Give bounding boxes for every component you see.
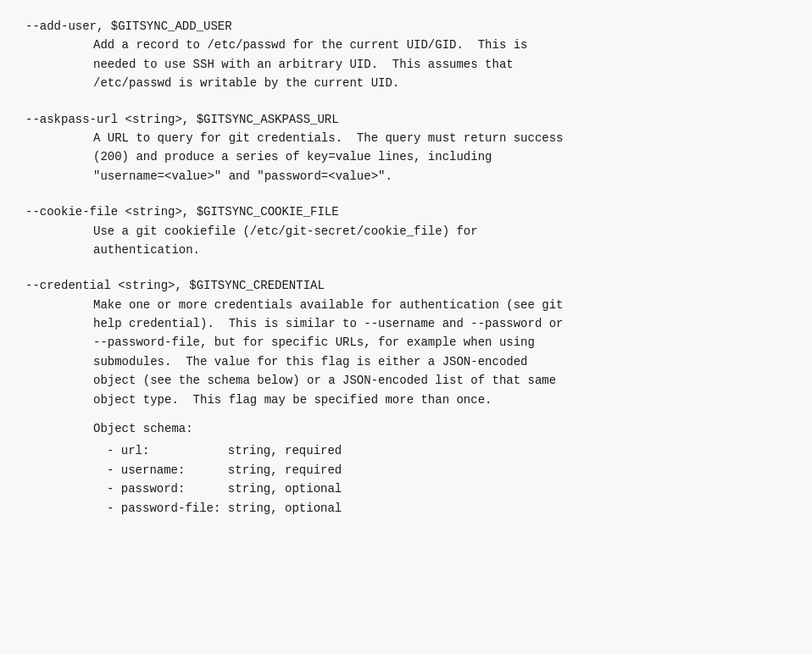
flag-section-credential: --credential <string>, $GITSYNC_CREDENTI… (25, 276, 787, 518)
flag-section-askpass-url: --askpass-url <string>, $GITSYNC_ASKPASS… (25, 110, 787, 186)
description-line: "username=<value>" and "password=<value>… (93, 167, 787, 186)
flag-header-credential: --credential <string>, $GITSYNC_CREDENTI… (25, 276, 787, 295)
schema-title: Object schema: (93, 419, 787, 438)
description-line: Make one or more credentials available f… (93, 296, 787, 314)
flag-header-askpass-url: --askpass-url <string>, $GITSYNC_ASKPASS… (25, 110, 787, 129)
description-line: Use a git cookiefile (/etc/git-secret/co… (93, 222, 787, 241)
description-line: (200) and produce a series of key=value … (93, 147, 787, 166)
description-line: object type. This flag may be specified … (93, 391, 787, 409)
schema-row: - username: string, required (93, 461, 787, 479)
schema-row: - password-file: string, optional (93, 499, 787, 518)
description-line: submodules. The value for this flag is e… (93, 352, 787, 371)
flag-description-askpass-url: A URL to query for git credentials. The … (25, 129, 787, 186)
schema-value: string, required (228, 441, 342, 460)
description-line: Add a record to /etc/passwd for the curr… (93, 36, 787, 54)
schema-value: string, optional (228, 479, 342, 498)
schema-value: string, required (228, 461, 342, 479)
flag-section-cookie-file: --cookie-file <string>, $GITSYNC_COOKIE_… (25, 202, 787, 259)
flag-header-add-user: --add-user, $GITSYNC_ADD_USER (25, 17, 787, 36)
schema-value: string, optional (228, 499, 342, 518)
flag-description-credential: Make one or more credentials available f… (25, 296, 787, 409)
description-line: authentication. (93, 241, 787, 259)
description-line: object (see the schema below) or a JSON-… (93, 371, 787, 390)
description-line: A URL to query for git credentials. The … (93, 129, 787, 147)
main-content: --add-user, $GITSYNC_ADD_USERAdd a recor… (25, 17, 787, 518)
flag-header-cookie-file: --cookie-file <string>, $GITSYNC_COOKIE_… (25, 202, 787, 221)
description-line: help credential). This is similar to --u… (93, 314, 787, 333)
schema-key: - url: (107, 441, 228, 460)
schema-key: - username: (107, 461, 228, 479)
description-line: needed to use SSH with an arbitrary UID.… (93, 55, 787, 74)
object-schema: Object schema:- url: string, required- u… (25, 419, 787, 518)
schema-row: - password: string, optional (93, 479, 787, 498)
schema-row: - url: string, required (93, 441, 787, 460)
schema-key: - password-file: (107, 499, 228, 518)
schema-key: - password: (107, 479, 228, 498)
flag-description-cookie-file: Use a git cookiefile (/etc/git-secret/co… (25, 222, 787, 260)
flag-description-add-user: Add a record to /etc/passwd for the curr… (25, 36, 787, 92)
flag-section-add-user: --add-user, $GITSYNC_ADD_USERAdd a recor… (25, 17, 787, 93)
description-line: --password-file, but for specific URLs, … (93, 333, 787, 352)
description-line: /etc/passwd is writable by the current U… (93, 74, 787, 92)
